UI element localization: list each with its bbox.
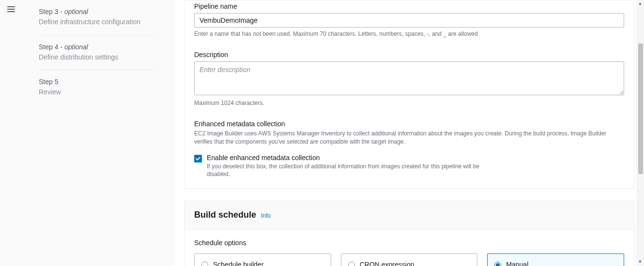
description-input[interactable] xyxy=(194,61,624,95)
check-icon xyxy=(195,156,201,162)
radio-label: CRON expression xyxy=(360,261,456,266)
wizard-step-5[interactable]: Step 5 Review xyxy=(39,70,155,105)
build-schedule-header: Build schedule xyxy=(194,210,256,220)
schedule-option-cron[interactable]: CRON expression Automatically run the pi… xyxy=(341,253,478,266)
step-optional: optional xyxy=(64,43,88,51)
radio-icon xyxy=(348,262,355,266)
step-title: Review xyxy=(39,88,155,97)
description-help: Maximum 1024 characters. xyxy=(194,100,624,106)
schedule-options-label: Schedule options xyxy=(194,239,624,247)
metadata-title: Enhanced metadata collection xyxy=(194,120,624,128)
radio-label: Schedule builder xyxy=(213,261,309,266)
main-content: Pipeline name Enter a name that has not … xyxy=(174,0,644,266)
step-number: Step 4 - xyxy=(39,43,64,51)
vertical-scrollbar[interactable]: ▲ ▼ xyxy=(636,0,644,266)
radio-icon xyxy=(201,262,208,266)
step-number: Step 5 xyxy=(39,78,58,86)
schedule-option-builder[interactable]: Schedule builder Automatically run the p… xyxy=(194,253,331,266)
radio-icon xyxy=(494,262,501,266)
wizard-step-4[interactable]: Step 4 - optional Define distribution se… xyxy=(39,35,155,71)
metadata-checkbox[interactable] xyxy=(194,155,202,163)
step-number: Step 3 - xyxy=(39,8,64,15)
pipeline-name-help: Enter a name that has not been used. Max… xyxy=(194,30,624,37)
radio-label: Manual xyxy=(506,261,602,266)
metadata-desc: EC2 Image Builder uses AWS Systems Manag… xyxy=(194,130,624,146)
step-title: Define distribution settings xyxy=(39,53,155,62)
metadata-checkbox-label: Enable enhanced metadata collection xyxy=(207,154,497,162)
menu-toggle-icon[interactable] xyxy=(7,5,15,14)
pipeline-name-label: Pipeline name xyxy=(194,2,624,10)
wizard-step-3[interactable]: Step 3 - optional Define infrastructure … xyxy=(39,0,155,35)
step-optional: optional xyxy=(64,8,88,15)
step-title: Define infrastructure configuration xyxy=(39,17,155,27)
pipeline-name-input[interactable] xyxy=(194,13,624,28)
schedule-option-manual[interactable]: Manual The pipeline will run when you in… xyxy=(487,253,624,266)
scroll-down-icon[interactable]: ▼ xyxy=(637,259,643,265)
description-label: Description xyxy=(194,51,624,59)
build-schedule-panel: Build schedule Info Schedule options Sch… xyxy=(184,201,634,266)
wizard-sidebar: Step 3 - optional Define infrastructure … xyxy=(0,0,174,266)
scroll-up-icon[interactable]: ▲ xyxy=(637,1,643,7)
scroll-thumb[interactable] xyxy=(638,44,643,174)
general-panel: Pipeline name Enter a name that has not … xyxy=(184,0,634,189)
metadata-checkbox-help: If you deselect this box, the collection… xyxy=(207,163,497,179)
info-link[interactable]: Info xyxy=(261,212,271,219)
